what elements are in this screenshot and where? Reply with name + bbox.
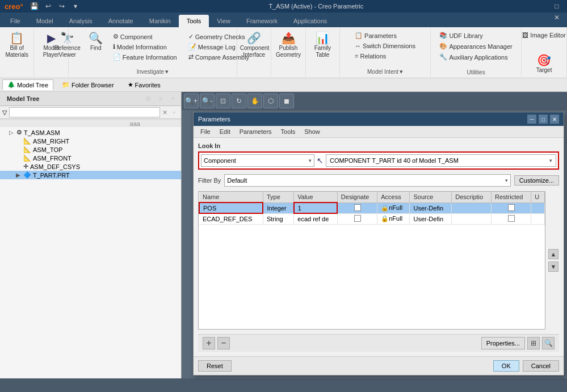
- left-panel: Model Tree ⚙ ≡ + ▽ ✕ + aaa ▷ ⚙ T_ASM: [0, 92, 182, 378]
- tree-item-asm-front[interactable]: 📐 ASM_FRONT: [0, 154, 181, 162]
- publish-geometry-label: Publish Geometry: [276, 45, 301, 58]
- dialog-menu-show[interactable]: Show: [300, 127, 325, 136]
- cell-access: 🔒nFull: [377, 203, 410, 213]
- reference-viewer-icon: 🔭: [60, 32, 74, 44]
- tab-annotate[interactable]: Annotate: [100, 15, 141, 27]
- tree-add-btn[interactable]: +: [167, 93, 179, 104]
- restricted-checkbox[interactable]: [508, 204, 515, 211]
- look-in-dropdown[interactable]: Component ▾: [201, 154, 314, 167]
- image-editor-btn[interactable]: 🖼Image Editor: [520, 31, 567, 40]
- look-in-path[interactable]: COMPONENT T_PART id 40 of Model T_ASM ▾: [326, 154, 556, 167]
- tree-item-asm-right[interactable]: 📐 ASM_RIGHT: [0, 137, 181, 145]
- tree-item-asm-top[interactable]: 📐 ASM_TOP: [0, 145, 181, 154]
- designate-checkbox[interactable]: [354, 204, 361, 211]
- table-side-buttons: ▲ ▼: [548, 191, 559, 330]
- nav-folder-browser[interactable]: 📁 Folder Browser: [57, 79, 119, 90]
- tab-framework[interactable]: Framework: [238, 15, 285, 27]
- switch-dimensions-btn[interactable]: ↔Switch Dimensions: [352, 41, 418, 50]
- move-up-btn[interactable]: ▲: [548, 249, 558, 259]
- tree-columns-btn[interactable]: ≡: [155, 93, 166, 104]
- zoom-fit-btn[interactable]: ⊡: [216, 94, 230, 108]
- cancel-btn[interactable]: Cancel: [523, 360, 559, 372]
- cell-value: ecad ref de: [294, 213, 338, 224]
- tab-view[interactable]: View: [209, 15, 238, 27]
- publish-geometry-btn[interactable]: 📤 Publish Geometry: [273, 31, 304, 60]
- component-interface-label: Component Interface: [240, 45, 268, 58]
- dialog-menu-parameters[interactable]: Parameters: [235, 127, 276, 136]
- table-view-btn[interactable]: ⊞: [527, 337, 540, 349]
- add-row-btn[interactable]: +: [203, 337, 215, 349]
- cell-designate[interactable]: [337, 213, 377, 224]
- tree-search-input[interactable]: [9, 107, 160, 117]
- quick-access-more[interactable]: ▾: [70, 1, 81, 12]
- tree-search-clear[interactable]: ✕: [162, 109, 167, 116]
- tree-item-t-part[interactable]: ▶ 🔷 T_PART.PRT: [0, 171, 181, 179]
- target-btn[interactable]: 🎯 Target: [534, 53, 555, 75]
- tab-analysis[interactable]: Analysis: [61, 15, 100, 27]
- image-editor-icon: 🖼: [522, 32, 528, 39]
- udf-library-btn[interactable]: 📚UDF Library: [437, 31, 485, 40]
- remove-row-btn[interactable]: −: [217, 337, 230, 349]
- maximize-btn[interactable]: □: [551, 1, 562, 12]
- cell-designate[interactable]: [337, 203, 377, 213]
- rotate-btn[interactable]: ↻: [232, 94, 246, 108]
- nav-model-tree[interactable]: 🌲 Model Tree: [2, 79, 53, 90]
- tree-settings-btn[interactable]: ⚙: [142, 93, 154, 104]
- view3-btn[interactable]: ⬡: [263, 94, 278, 108]
- parameters-btn[interactable]: 📋Parameters: [352, 31, 399, 40]
- dialog-menu-tools[interactable]: Tools: [276, 127, 300, 136]
- col-access: Access: [377, 192, 410, 203]
- find-btn[interactable]: 🔍 Find: [86, 31, 106, 53]
- filter-dropdown[interactable]: Default ▾: [224, 174, 511, 187]
- zoom-in-btn[interactable]: 🔍+: [184, 94, 199, 108]
- ok-btn[interactable]: OK: [493, 360, 519, 372]
- tab-tools[interactable]: Tools: [179, 15, 209, 27]
- close-btn[interactable]: ✕: [551, 12, 562, 23]
- tree-item-t-asm[interactable]: ▷ ⚙ T_ASM.ASM: [0, 128, 181, 137]
- quick-access-save[interactable]: 💾: [29, 1, 40, 12]
- nav-favorites[interactable]: ★ Favorites: [123, 79, 166, 90]
- model-intent-label[interactable]: Model Intent ▾: [367, 68, 403, 75]
- pan-btn[interactable]: ✋: [247, 94, 262, 108]
- bill-of-materials-btn[interactable]: 📋 Bill of Materials: [2, 31, 31, 60]
- customize-btn[interactable]: Customize...: [514, 175, 559, 186]
- properties-btn[interactable]: Properties...: [481, 337, 525, 349]
- dialog-menu-edit[interactable]: Edit: [215, 127, 235, 136]
- dialog-menu-file[interactable]: File: [196, 127, 215, 136]
- quick-access-redo[interactable]: ↪: [56, 1, 68, 12]
- component-btn[interactable]: ⚙Component: [111, 32, 179, 41]
- tree-item-asm-def-csys[interactable]: ✛ ASM_DEF_CSYS: [0, 162, 181, 171]
- auxiliary-applications-btn[interactable]: 🔧Auxiliary Applications: [437, 52, 510, 62]
- dialog-close-btn[interactable]: ✕: [550, 115, 559, 124]
- investigate-label[interactable]: Investigate ▾: [137, 68, 169, 75]
- search-params-btn[interactable]: 🔍: [542, 337, 555, 349]
- quick-access-undo[interactable]: ↩: [43, 1, 54, 12]
- dialog-minimize-btn[interactable]: ─: [527, 115, 536, 124]
- cell-restricted[interactable]: [491, 213, 531, 224]
- filter-value: Default: [227, 177, 247, 184]
- tab-manikin[interactable]: Manikin: [141, 15, 179, 27]
- tree-search-bar: ▽ ✕ +: [0, 106, 181, 119]
- zoom-out-btn[interactable]: 🔍-: [200, 94, 215, 108]
- tab-model[interactable]: Model: [28, 15, 61, 27]
- model-information-btn[interactable]: ℹModel Information: [111, 42, 179, 52]
- family-table-btn[interactable]: 📊 Family Table: [309, 31, 336, 60]
- designate-checkbox[interactable]: [354, 215, 361, 222]
- dialog-maximize-btn[interactable]: □: [539, 115, 548, 124]
- table-row[interactable]: POS Integer 1 🔒nFull User-Defin: [199, 203, 545, 213]
- cell-restricted[interactable]: [491, 203, 531, 213]
- table-row[interactable]: ECAD_REF_DES String ecad ref de 🔒nFull U…: [199, 213, 545, 224]
- filter-label: Filter By: [198, 177, 221, 184]
- component-interface-btn[interactable]: 🔗 Component Interface: [237, 31, 271, 60]
- display-btn[interactable]: ◼: [279, 94, 294, 108]
- reset-btn[interactable]: Reset: [198, 360, 232, 372]
- reference-viewer-btn[interactable]: 🔭 Reference Viewer: [52, 31, 83, 60]
- relations-btn[interactable]: =Relations: [352, 52, 388, 61]
- feature-information-btn[interactable]: 📄Feature Information: [111, 52, 179, 62]
- tab-file[interactable]: File: [2, 15, 28, 27]
- tab-applications[interactable]: Applications: [285, 15, 335, 27]
- tree-search-add[interactable]: +: [170, 108, 179, 117]
- appearances-manager-btn[interactable]: 🎨Appearances Manager: [437, 41, 514, 51]
- move-down-btn[interactable]: ▼: [548, 262, 558, 272]
- restricted-checkbox[interactable]: [508, 215, 515, 222]
